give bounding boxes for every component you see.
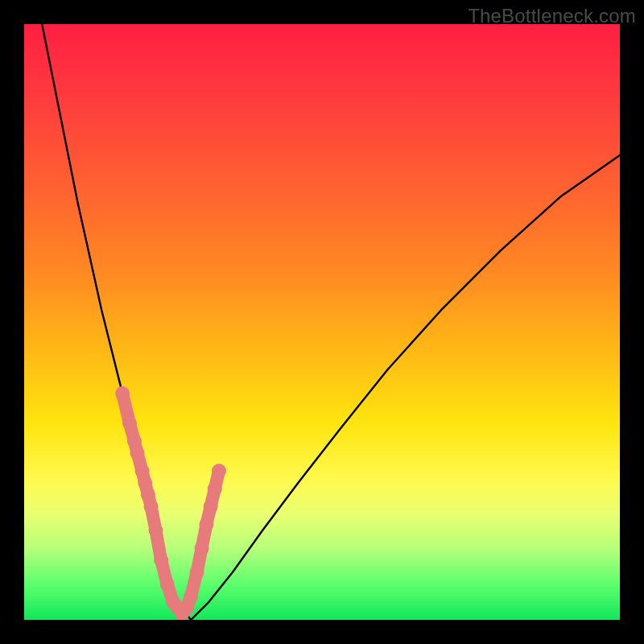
marker-dot xyxy=(154,553,168,568)
marker-dot xyxy=(190,565,204,580)
marker-dot xyxy=(115,386,130,401)
marker-dot xyxy=(184,588,198,603)
plot-area xyxy=(24,24,620,620)
marker-dot xyxy=(144,499,159,514)
marker-dot xyxy=(122,416,137,431)
highlight-markers xyxy=(115,386,226,620)
chart-svg xyxy=(24,24,620,620)
marker-dot xyxy=(130,446,145,460)
marker-dot xyxy=(160,577,175,592)
bottleneck-curve xyxy=(42,24,620,620)
marker-dot xyxy=(195,541,209,555)
chart-frame: TheBottleneck.com xyxy=(0,0,644,644)
watermark-text: TheBottleneck.com xyxy=(468,5,636,27)
marker-dot xyxy=(208,481,222,496)
marker-dot xyxy=(204,499,218,514)
marker-dot xyxy=(199,518,213,532)
curve-line xyxy=(42,24,620,620)
marker-dot xyxy=(212,464,226,478)
marker-dot xyxy=(149,523,163,538)
